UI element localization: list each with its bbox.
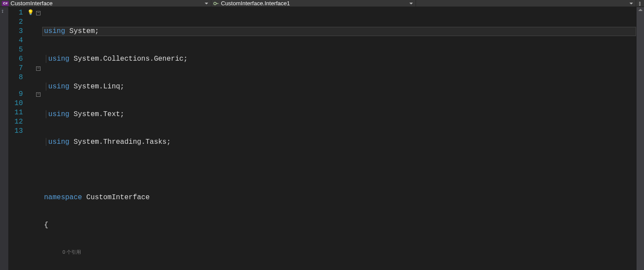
member-dropdown[interactable]: CustomInterface.Interface1 — [211, 0, 416, 7]
line-number-gutter: 1 2 3 4 5 6 7 8 9 10 11 12 13 — [9, 7, 26, 270]
lightbulb-icon[interactable]: 💡 — [27, 8, 34, 18]
chevron-down-icon — [409, 3, 413, 4]
codelens-references[interactable]: 0 个引用 — [42, 248, 636, 256]
code-line[interactable]: │using System.Linq; — [42, 82, 636, 91]
line-number: 1 — [9, 8, 23, 18]
editor-area: ⟟ 1 2 3 4 5 6 7 8 9 10 11 12 13 💡 − — [0, 7, 644, 270]
code-line[interactable]: using System; — [42, 27, 636, 36]
code-line[interactable]: namespace CustomInterface — [42, 193, 636, 202]
line-number: 4 — [9, 36, 23, 45]
code-line[interactable]: │using System.Text; — [42, 110, 636, 119]
code-editor[interactable]: 1 2 3 4 5 6 7 8 9 10 11 12 13 💡 − − — [9, 7, 636, 270]
line-number: 6 — [9, 55, 23, 64]
class-dropdown-label: CustomInterface — [11, 0, 52, 7]
code-line[interactable]: │using System.Threading.Tasks; — [42, 138, 636, 147]
outlining-margin: − − − — [34, 7, 42, 270]
lightbulb-margin: 💡 — [26, 7, 34, 270]
navigation-bar: C# CustomInterface CustomInterface.Inter… — [0, 0, 644, 7]
tracking-icon[interactable]: ⟟ — [2, 9, 7, 14]
line-number: 5 — [9, 45, 23, 55]
line-number: 8 — [9, 73, 23, 82]
line-number: 10 — [9, 99, 23, 108]
line-number: 9 — [9, 90, 23, 99]
chevron-down-icon — [629, 3, 633, 4]
line-number: 2 — [9, 18, 23, 27]
csharp-icon: C# — [2, 1, 9, 6]
editor-split-controls: ⫿ — [636, 0, 644, 7]
line-number: 7 — [9, 64, 23, 73]
svg-point-0 — [214, 2, 217, 5]
line-number: 3 — [9, 27, 23, 36]
split-icon[interactable]: ⫿ — [639, 0, 641, 7]
indicator-margin: ⟟ — [0, 7, 9, 270]
scroll-up-icon[interactable] — [638, 9, 643, 11]
fold-toggle[interactable]: − — [36, 11, 40, 15]
code-line[interactable] — [42, 165, 636, 175]
code-line[interactable]: │using System.Collections.Generic; — [42, 55, 636, 64]
line-number: 13 — [9, 127, 23, 136]
code-line[interactable]: { — [42, 221, 636, 230]
fold-toggle[interactable]: − — [36, 92, 40, 97]
class-dropdown[interactable]: C# CustomInterface — [0, 0, 211, 7]
extra-dropdown[interactable] — [416, 0, 636, 7]
vertical-scrollbar[interactable] — [636, 7, 644, 270]
line-number: 12 — [9, 117, 23, 127]
member-dropdown-label: CustomInterface.Interface1 — [221, 0, 290, 7]
code-content[interactable]: using System; │using System.Collections.… — [42, 7, 636, 270]
chevron-down-icon — [205, 3, 208, 4]
fold-toggle[interactable]: − — [36, 66, 40, 71]
interface-icon — [213, 0, 219, 7]
line-number: 11 — [9, 108, 23, 117]
